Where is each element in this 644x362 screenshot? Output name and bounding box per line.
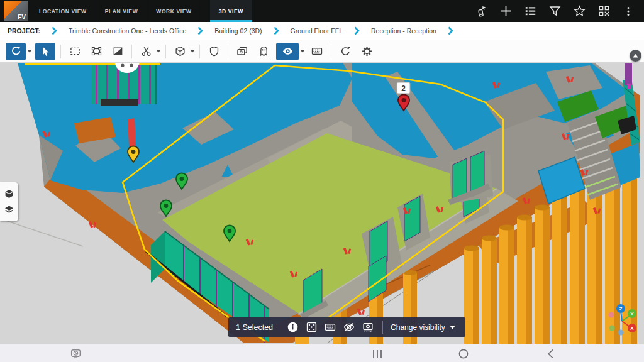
breadcrumb-item-floor[interactable]: Ground Floor FFL xyxy=(291,27,343,35)
chevron-right-icon xyxy=(354,26,360,35)
side-panel-handle[interactable] xyxy=(0,182,18,221)
selection-count: 1 Selected xyxy=(236,323,273,332)
recents-button[interactable] xyxy=(367,344,388,362)
breadcrumb-item-building[interactable]: Building 02 (3D) xyxy=(214,27,262,35)
app-logo[interactable]: FV xyxy=(4,1,28,21)
app-screen: FV LOCATION VIEW PLAN VIEW WORK VIEW 3D … xyxy=(0,0,644,362)
app-bar-actions xyxy=(472,0,644,22)
settings-gear-button[interactable] xyxy=(358,43,375,60)
chevron-right-icon xyxy=(52,26,57,35)
protect-shield-button[interactable] xyxy=(205,43,223,60)
qr-code-icon[interactable] xyxy=(594,2,613,21)
snapshot-icon[interactable] xyxy=(358,318,377,337)
toolbar-divider xyxy=(60,45,61,58)
select-tool-button[interactable] xyxy=(35,43,55,60)
tab-work-view[interactable]: WORK VIEW xyxy=(147,0,201,22)
filter-icon[interactable] xyxy=(545,2,564,21)
fit-to-view-icon[interactable] xyxy=(302,318,321,337)
breadcrumb-item-project[interactable]: Trimble Construction One - Leeds Office xyxy=(69,27,186,35)
visibility-dropdown-caret[interactable] xyxy=(300,50,305,53)
layers-icon[interactable] xyxy=(4,205,14,214)
orbit-tool-button[interactable] xyxy=(6,43,26,60)
marquee-select-button[interactable] xyxy=(66,43,84,60)
collapse-toolbar-button[interactable] xyxy=(630,50,641,62)
gizmo-y-label: Y xyxy=(630,311,634,317)
list-icon[interactable] xyxy=(521,2,540,21)
info-icon[interactable] xyxy=(283,318,302,337)
toolbar-divider xyxy=(199,45,200,58)
model-purple-element xyxy=(625,63,632,85)
toolbar-divider xyxy=(131,45,132,58)
back-button[interactable] xyxy=(540,344,561,362)
screenshot-tool-icon[interactable] xyxy=(65,344,86,362)
breadcrumb: PROJECT: Trimble Construction One - Leed… xyxy=(0,22,644,40)
section-cut-button[interactable] xyxy=(137,43,155,60)
more-options-icon[interactable] xyxy=(619,2,638,21)
model-box-button[interactable] xyxy=(171,43,189,60)
app-bar: FV LOCATION VIEW PLAN VIEW WORK VIEW 3D … xyxy=(0,0,644,22)
selection-bar-divider xyxy=(382,321,383,334)
section-cut-dropdown-caret[interactable] xyxy=(156,50,161,53)
measure-grid-button[interactable] xyxy=(308,43,326,60)
tab-3d-view[interactable]: 3D VIEW xyxy=(210,0,252,22)
breadcrumb-item-room[interactable]: Reception - Reception xyxy=(371,27,436,35)
logo-text: FV xyxy=(18,14,26,21)
selection-toolbar: 1 Selected Change visibility xyxy=(228,317,465,337)
star-icon[interactable] xyxy=(570,2,589,21)
gizmo-z-label: Z xyxy=(619,306,623,312)
laser-scanner-icon[interactable] xyxy=(472,2,491,21)
chevron-right-icon xyxy=(274,26,279,35)
view-tabs: LOCATION VIEW PLAN VIEW WORK VIEW 3D VIE… xyxy=(30,0,252,22)
breadcrumb-label: PROJECT: xyxy=(8,27,40,35)
model-tree-cube-icon[interactable] xyxy=(4,189,14,199)
chevron-down-icon xyxy=(450,326,455,329)
pin-count-text: 2 xyxy=(401,84,406,93)
invert-selection-button[interactable] xyxy=(109,43,126,60)
polygon-select-button[interactable] xyxy=(87,43,105,60)
snapshot-stack-button[interactable] xyxy=(233,43,251,60)
ghost-mode-button[interactable] xyxy=(255,43,272,60)
toolbar-divider xyxy=(165,45,166,58)
viewport-3d: 2 Z Y X xyxy=(0,63,644,344)
change-visibility-button[interactable]: Change visibility xyxy=(388,323,458,332)
view-toolbar xyxy=(0,40,644,63)
tab-plan-view[interactable]: PLAN VIEW xyxy=(96,0,148,22)
home-button[interactable] xyxy=(453,344,474,362)
hide-selection-icon[interactable] xyxy=(340,318,358,337)
visibility-tool-button[interactable] xyxy=(276,43,299,60)
model-box-dropdown-caret[interactable] xyxy=(190,50,195,53)
measure-grid-icon[interactable] xyxy=(321,318,340,337)
chevron-right-icon xyxy=(448,26,453,35)
toolbar-divider xyxy=(228,45,228,58)
refresh-button[interactable] xyxy=(336,43,354,60)
system-navigation-bar xyxy=(0,344,644,362)
toolbar-divider xyxy=(331,45,331,58)
chevron-right-icon xyxy=(197,26,203,35)
model-3d-canvas[interactable]: 2 Z Y X xyxy=(0,63,644,344)
gizmo-x-label: X xyxy=(630,326,634,331)
tab-location-view[interactable]: LOCATION VIEW xyxy=(30,0,96,22)
add-icon[interactable] xyxy=(496,2,515,21)
orbit-dropdown-caret[interactable] xyxy=(27,50,32,53)
